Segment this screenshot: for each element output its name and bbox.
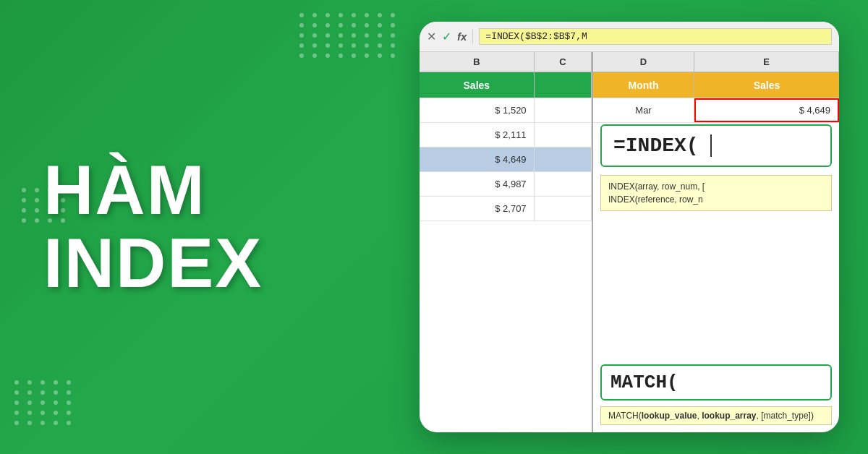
index-tooltip: INDEX(array, row_num, [ INDEX(reference,…	[600, 175, 832, 211]
col-headers-left: B C	[420, 52, 592, 72]
left-section: HÀM INDEX	[43, 0, 434, 454]
index-formula-text: =INDEX(	[613, 134, 699, 157]
c-cell-2	[535, 123, 592, 147]
match-section: MATCH( MATCH(lookup_value, lookup_array,…	[593, 364, 839, 432]
match-formula-box: MATCH(	[600, 364, 832, 401]
lookup-row: Mar $ 4,649	[593, 98, 839, 123]
c-cell-5	[535, 197, 592, 220]
cursor-indicator	[699, 134, 712, 157]
result-value-cell: $ 4,649	[694, 98, 839, 122]
match-tooltip-text: MATCH(lookup_value, lookup_array, [match…	[608, 411, 814, 421]
right-table: D E Month Sales Mar $ 4,649 =INDEX( INDE…	[593, 52, 839, 432]
index-formula-box: =INDEX(	[600, 124, 832, 167]
sales-cell-3: $ 4,649	[420, 147, 535, 171]
confirm-icon[interactable]: ✓	[442, 30, 451, 43]
sales-e-header: Sales	[694, 72, 839, 98]
month-value-cell: Mar	[593, 98, 694, 122]
index-tooltip-line1: INDEX(array, row_num, [	[608, 180, 824, 193]
sales-cell-1: $ 1,520	[420, 98, 535, 122]
col-e-header: E	[694, 52, 839, 72]
table-row-highlighted: $ 4,649	[420, 147, 592, 172]
c-cell-4	[535, 172, 592, 196]
sales-header-c	[535, 72, 592, 98]
match-tooltip: MATCH(lookup_value, lookup_array, [match…	[600, 406, 832, 425]
c-cell-1	[535, 98, 592, 122]
table-row: $ 2,707	[420, 197, 592, 221]
excel-screenshot: ✕ ✓ fx =INDEX($B$2:$B$7,M B C Sales $ 1,…	[420, 22, 839, 432]
month-sales-header: Month Sales	[593, 72, 839, 98]
sales-header-row: Sales	[420, 72, 592, 98]
match-formula-text: MATCH(	[610, 372, 678, 393]
table-row: $ 1,520	[420, 98, 592, 123]
cancel-icon[interactable]: ✕	[427, 30, 436, 43]
index-tooltip-line2: INDEX(reference, row_n	[608, 193, 824, 206]
col-c-header: C	[535, 52, 592, 72]
table-row: $ 2,111	[420, 123, 592, 147]
sales-cell-4: $ 4,987	[420, 172, 535, 196]
c-cell-3	[535, 147, 592, 171]
main-title: HÀM INDEX	[43, 154, 434, 300]
col-b-header: B	[420, 52, 535, 72]
table-row: $ 4,987	[420, 172, 592, 197]
left-table: B C Sales $ 1,520 $ 2,111 $ 4,649	[420, 52, 593, 432]
formula-bar: ✕ ✓ fx =INDEX($B$2:$B$7,M	[420, 22, 839, 52]
param-lookup-value: lookup_value	[642, 411, 697, 421]
col-headers-right: D E	[593, 52, 839, 72]
sales-cell-5: $ 2,707	[420, 197, 535, 220]
sales-header-cell: Sales	[420, 72, 535, 98]
col-d-header: D	[593, 52, 694, 72]
formula-bar-divider	[472, 30, 473, 44]
param-lookup-array: lookup_array	[702, 411, 756, 421]
spreadsheet: B C Sales $ 1,520 $ 2,111 $ 4,649	[420, 52, 839, 432]
fx-icon: fx	[457, 30, 467, 43]
month-header: Month	[593, 72, 694, 98]
formula-bar-input[interactable]: =INDEX($B$2:$B$7,M	[479, 28, 832, 45]
sales-cell-2: $ 2,111	[420, 123, 535, 147]
